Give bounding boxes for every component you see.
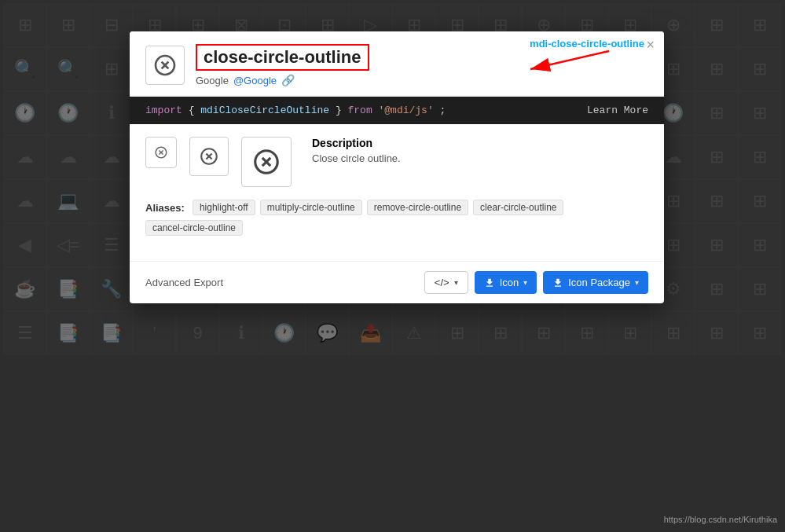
alias-tag-multiply[interactable]: multiply-circle-outline	[260, 200, 362, 215]
icon-detail-modal: close-circle-outline Google @Google 🔗 md…	[130, 31, 664, 303]
advanced-export-link[interactable]: Advanced Export	[145, 277, 223, 288]
icon-package-icon	[552, 277, 563, 288]
icon-download-icon	[484, 277, 495, 288]
code-string: '@mdi/js'	[379, 105, 434, 116]
aliases-row: Aliases: highlight-off multiply-circle-o…	[145, 200, 648, 236]
google-text: Google	[196, 75, 229, 86]
aliases-label: Aliases:	[145, 202, 185, 214]
alias-tag-clear[interactable]: clear-circle-outline	[473, 200, 563, 215]
learn-more-link[interactable]: Learn More	[587, 105, 648, 116]
icon-dropdown-arrow: ▾	[523, 278, 527, 287]
icon-download-label: Icon	[500, 277, 519, 288]
footer-buttons: </> ▾ Icon ▾ Icon Package ▾	[424, 271, 648, 294]
modal-header: close-circle-outline Google @Google 🔗 md…	[130, 31, 664, 97]
code-dropdown-arrow: ▾	[454, 278, 458, 287]
alias-tag-remove[interactable]: remove-circle-outline	[367, 200, 468, 215]
alias-tag-highlight-off[interactable]: highlight-off	[193, 200, 255, 215]
modal-close-button[interactable]: ×	[646, 38, 655, 52]
code-import-name: mdiCloseCircleOutline	[200, 105, 329, 116]
code-export-button[interactable]: </> ▾	[424, 271, 468, 294]
icon-package-button[interactable]: Icon Package ▾	[543, 271, 648, 294]
icon-preview-large	[241, 137, 292, 187]
code-import-text: import { mdiCloseCircleOutline } from '@…	[145, 105, 446, 116]
description-text: Close circle outline.	[312, 152, 401, 164]
code-from: from	[347, 105, 378, 116]
modal-footer: Advanced Export </> ▾ Icon ▾ Icon Pack	[130, 261, 664, 303]
google-link[interactable]: @Google	[233, 75, 277, 86]
code-brace: {	[189, 105, 201, 116]
link-icon: 🔗	[281, 74, 295, 86]
code-export-label: </>	[435, 277, 449, 288]
code-import-bar: import { mdiCloseCircleOutline } from '@…	[130, 97, 664, 124]
modal-header-meta: Google @Google 🔗	[196, 74, 369, 86]
icon-download-button[interactable]: Icon ▾	[475, 271, 537, 294]
icon-package-label: Icon Package	[568, 277, 630, 288]
icon-sizes-row: Description Close circle outline.	[145, 137, 648, 187]
pkg-dropdown-arrow: ▾	[635, 278, 639, 287]
watermark: https://blog.csdn.net/Kiruthika	[664, 515, 777, 524]
modal-body: Description Close circle outline. Aliase…	[130, 124, 664, 261]
code-keyword-import: import	[145, 105, 182, 116]
description-title: Description	[312, 137, 401, 149]
icon-preview-small	[145, 137, 177, 168]
code-semicolon: ;	[440, 105, 446, 116]
mdi-annotation-label: mdi-close-circle-outline	[530, 38, 644, 50]
svg-line-1	[530, 51, 609, 69]
modal-header-info: close-circle-outline Google @Google 🔗	[196, 44, 369, 86]
modal-icon-preview	[145, 46, 185, 85]
icon-name-display: close-circle-outline	[196, 44, 369, 71]
icon-description-box: Description Close circle outline.	[312, 137, 401, 164]
icon-preview-medium	[189, 137, 229, 176]
annotation-arrow	[483, 39, 640, 86]
code-brace2: }	[336, 105, 348, 116]
alias-tag-cancel[interactable]: cancel-circle-outline	[145, 220, 243, 236]
